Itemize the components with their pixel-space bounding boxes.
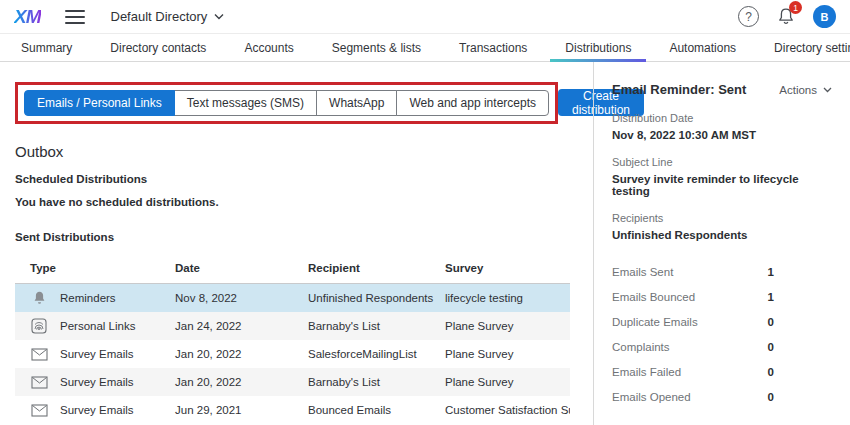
field-recipients: Recipients Unfinished Respondents (612, 212, 832, 241)
tab-directory-contacts[interactable]: Directory contacts (91, 34, 225, 61)
channel-tab-whatsapp[interactable]: WhatsApp (316, 90, 397, 116)
fingerprint-icon (30, 317, 48, 335)
stat-value: 0 (768, 341, 774, 353)
actions-dropdown-label: Actions (779, 84, 817, 96)
tab-segments-lists[interactable]: Segments & lists (313, 34, 440, 61)
notifications-button[interactable]: 1 (777, 7, 795, 26)
field-value: Unfinished Respondents (612, 229, 832, 241)
row-survey: Plane Survey (445, 320, 570, 332)
directory-selector-label: Default Directory (111, 9, 208, 24)
topbar-right-group: ? 1 B (738, 5, 836, 28)
channel-tab-emails-personal-links[interactable]: Emails / Personal Links (24, 90, 175, 116)
distributions-main: Emails / Personal Links Text messages (S… (0, 62, 593, 425)
tab-directory-settings[interactable]: Directory settings (755, 34, 850, 61)
column-header-survey: Survey (445, 262, 570, 274)
table-row[interactable]: Survey Emails Jan 20, 2022 SalesforceMai… (15, 340, 570, 368)
row-recipient: Bounced Emails (308, 404, 445, 416)
stat-label: Emails Failed (612, 366, 681, 378)
tab-distributions[interactable]: Distributions (546, 34, 650, 61)
notification-badge: 1 (789, 1, 802, 14)
channel-tab-web-app-intercepts[interactable]: Web and app intercepts (396, 90, 549, 116)
hamburger-menu-icon[interactable] (65, 6, 85, 28)
column-header-date: Date (175, 262, 308, 274)
stat-label: Emails Sent (612, 266, 673, 278)
tab-automations[interactable]: Automations (650, 34, 755, 61)
table-row[interactable]: Survey Emails Jan 20, 2022 Barnaby's Lis… (15, 368, 570, 396)
sent-distributions-heading: Sent Distributions (15, 231, 578, 243)
row-survey: lifecycle testing (445, 292, 570, 304)
stat-value: 0 (768, 366, 774, 378)
envelope-icon (30, 401, 48, 419)
row-type: Reminders (60, 292, 116, 304)
stat-emails-sent: Emails Sent 1 (612, 259, 774, 284)
stat-label: Emails Bounced (612, 291, 695, 303)
actions-dropdown[interactable]: Actions (779, 84, 832, 96)
help-icon[interactable]: ? (738, 6, 759, 27)
table-row[interactable]: Personal Links Jan 24, 2022 Barnaby's Li… (15, 312, 570, 340)
stat-duplicate-emails: Duplicate Emails 0 (612, 309, 774, 334)
row-type: Survey Emails (60, 348, 134, 360)
row-recipient: Barnaby's List (308, 376, 445, 388)
row-recipient: Unfinished Respondents (308, 292, 445, 304)
row-date: Jan 24, 2022 (175, 320, 308, 332)
stat-value: 0 (768, 391, 774, 403)
stat-emails-bounced: Emails Bounced 1 (612, 284, 774, 309)
directory-selector[interactable]: Default Directory (111, 9, 225, 24)
field-label: Recipients (612, 212, 832, 224)
field-value: Survey invite reminder to lifecycle test… (612, 173, 832, 197)
email-stats-list: Emails Sent 1 Emails Bounced 1 Duplicate… (612, 259, 774, 409)
stat-emails-failed: Emails Failed 0 (612, 359, 774, 384)
table-row[interactable]: Survey Emails Jun 29, 2021 Bounced Email… (15, 396, 570, 424)
table-row[interactable]: Reminders Nov 8, 2022 Unfinished Respond… (15, 284, 570, 312)
detail-panel-title: Email Reminder: Sent (612, 82, 746, 97)
row-date: Jan 20, 2022 (175, 376, 308, 388)
red-annotation-box: Emails / Personal Links Text messages (S… (15, 82, 558, 124)
page-title: Outbox (15, 143, 578, 160)
field-label: Distribution Date (612, 112, 832, 124)
row-date: Jun 29, 2021 (175, 404, 308, 416)
stat-label: Emails Opened (612, 391, 691, 403)
channel-tab-text-messages-sms[interactable]: Text messages (SMS) (174, 90, 317, 116)
field-distribution-date: Distribution Date Nov 8, 2022 10:30 AM M… (612, 112, 832, 141)
row-survey: Customer Satisfaction Sur... (445, 404, 570, 416)
field-subject-line: Subject Line Survey invite reminder to l… (612, 156, 832, 197)
tab-accounts[interactable]: Accounts (225, 34, 312, 61)
xm-logo[interactable]: XM (14, 6, 41, 28)
field-label: Subject Line (612, 156, 832, 168)
stat-label: Complaints (612, 341, 670, 353)
envelope-icon (30, 373, 48, 391)
scheduled-distributions-heading: Scheduled Distributions (15, 173, 578, 185)
stat-value: 0 (768, 316, 774, 328)
row-recipient: SalesforceMailingList (308, 348, 445, 360)
row-survey: Plane Survey (445, 348, 570, 360)
bell-icon (30, 289, 48, 307)
avatar[interactable]: B (813, 5, 836, 28)
tab-summary[interactable]: Summary (2, 34, 91, 61)
sent-distributions-table: Type Date Recipient Survey Reminders Nov… (15, 256, 570, 424)
directory-nav-tabs: Summary Directory contacts Accounts Segm… (0, 34, 850, 62)
field-value: Nov 8, 2022 10:30 AM MST (612, 129, 832, 141)
scheduled-empty-message: You have no scheduled distributions. (15, 196, 578, 208)
envelope-icon (30, 345, 48, 363)
stat-complaints: Complaints 0 (612, 334, 774, 359)
row-type: Survey Emails (60, 376, 134, 388)
table-header-row: Type Date Recipient Survey (15, 256, 570, 284)
row-type: Personal Links (60, 320, 135, 332)
column-header-type: Type (15, 262, 175, 274)
stat-value: 1 (768, 266, 774, 278)
row-type: Survey Emails (60, 404, 134, 416)
stat-value: 1 (768, 291, 774, 303)
row-survey: Plane Survey (445, 376, 570, 388)
top-bar: XM Default Directory ? 1 B (0, 0, 850, 34)
chevron-down-icon (214, 13, 224, 20)
tab-transactions[interactable]: Transactions (440, 34, 546, 61)
distribution-detail-panel: Email Reminder: Sent Actions Distributio… (593, 62, 850, 425)
row-date: Nov 8, 2022 (175, 292, 308, 304)
chevron-down-icon (823, 87, 832, 93)
channel-segmented-control: Emails / Personal Links Text messages (S… (24, 90, 549, 116)
stat-label: Duplicate Emails (612, 316, 698, 328)
row-date: Jan 20, 2022 (175, 348, 308, 360)
column-header-recipient: Recipient (308, 262, 445, 274)
row-recipient: Barnaby's List (308, 320, 445, 332)
stat-emails-opened: Emails Opened 0 (612, 384, 774, 409)
